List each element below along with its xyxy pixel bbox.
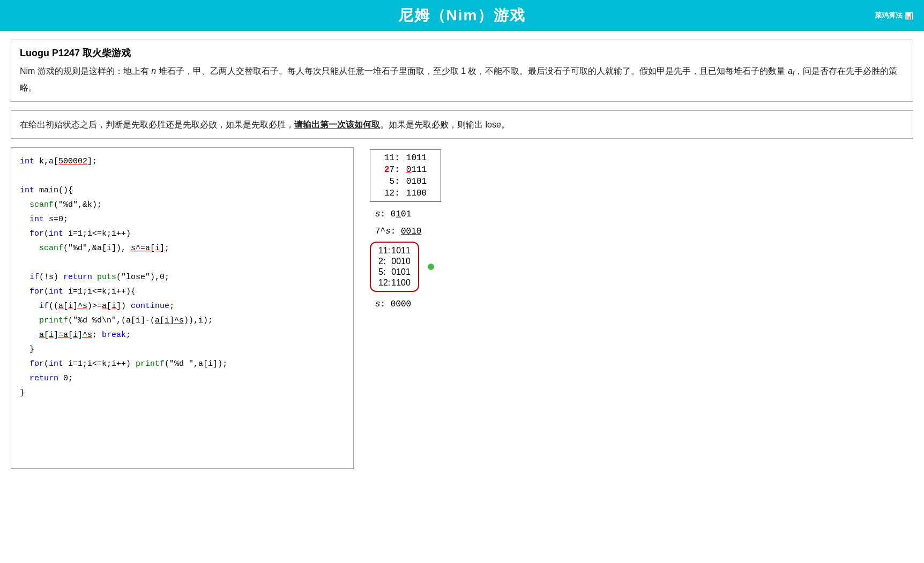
table-cell-label: 5: — [378, 267, 390, 277]
table-cell-label: 2: — [378, 257, 390, 266]
table-row: 11: 1011 — [377, 152, 434, 164]
diagram-row-1: 11: 1011 27: 0111 5: 0101 12: — [370, 149, 913, 202]
code-line-4: int s=0; — [20, 212, 345, 227]
table-cell-label: 11: — [377, 152, 403, 164]
code-line-2: int main(){ — [20, 183, 345, 198]
table-row: 5: 0101 — [378, 267, 411, 277]
table-cell-value: 1011 — [403, 152, 434, 164]
page-title: 尼姆（Nim）游戏 — [0, 5, 924, 26]
problem-box: Luogu P1247 取火柴游戏 Nim 游戏的规则是这样的：地上有 n 堆石… — [11, 40, 913, 102]
brand-text: 菜鸡算法 — [875, 11, 903, 20]
problem-desc: Nim 游戏的规则是这样的：地上有 n 堆石子，甲、乙两人交替取石子。每人每次只… — [20, 64, 904, 95]
code-line-11: a[i]=a[i]^s; break; — [20, 328, 345, 342]
table2-content: 11: 1011 2: 0010 5: 0101 12: — [377, 245, 412, 289]
brand-icon: 📊 — [905, 12, 913, 20]
highlight-text: 请输出第一次该如何取 — [294, 120, 380, 129]
code-line-3: scanf("%d",&k); — [20, 198, 345, 212]
title-bar: 尼姆（Nim）游戏 菜鸡算法 📊 — [0, 0, 924, 31]
table-cell-value: 1100 — [403, 187, 434, 199]
code-line-10: printf("%d %d\n",(a[i]-(a[i]^s)),i); — [20, 313, 345, 328]
code-line-15: } — [20, 386, 345, 400]
table-cell-label: 11: — [378, 246, 390, 256]
code-line-7: if(!s) return puts("lose"),0; — [20, 270, 345, 284]
table2-circled: 11: 1011 2: 0010 5: 0101 12: — [370, 242, 419, 292]
code-box: int k,a[500002]; int main(){ scanf("%d",… — [11, 147, 354, 469]
table-cell-label: 5: — [377, 176, 403, 187]
brand-logo: 菜鸡算法 📊 — [875, 11, 913, 20]
table1: 11: 1011 27: 0111 5: 0101 12: — [370, 149, 441, 202]
diagram-area: 11: 1011 27: 0111 5: 0101 12: — [370, 147, 913, 311]
code-line-9: if((a[i]^s)>=a[i]) continue; — [20, 299, 345, 313]
table-cell-label: 27: — [377, 164, 403, 176]
table-cell-value: 0111 — [403, 164, 434, 176]
s-result-2: s: 0000 — [370, 299, 913, 309]
table-row: 5: 0101 — [377, 176, 434, 187]
table-row: 2: 0010 — [378, 257, 411, 266]
lower-area: int k,a[500002]; int main(){ scanf("%d",… — [11, 147, 913, 469]
keyword-int-1: int — [20, 157, 34, 166]
table-cell-value: 0101 — [391, 267, 411, 277]
code-line-13: for(int i=1;i<=k;i++) printf("%d ",a[i])… — [20, 357, 345, 371]
code-line-6: scanf("%d",&a[i]), s^=a[i]; — [20, 241, 345, 256]
table-cell-label: 12: — [378, 278, 390, 288]
code-line-5: for(int i=1;i<=k;i++) — [20, 227, 345, 241]
table-cell-value: 1100 — [391, 278, 411, 288]
table-row: 27: 0111 — [377, 164, 434, 176]
code-line-14: return 0; — [20, 371, 345, 386]
green-dot — [428, 264, 434, 270]
code-line-8: for(int i=1;i<=k;i++){ — [20, 284, 345, 299]
main-content: Luogu P1247 取火柴游戏 Nim 游戏的规则是这样的：地上有 n 堆石… — [0, 31, 924, 477]
table1-content: 11: 1011 27: 0111 5: 0101 12: — [377, 152, 434, 199]
code-line-1: int k,a[500002]; — [20, 154, 345, 169]
desc2-box: 在给出初始状态之后，判断是先取必胜还是先取必败，如果是先取必胜，请输出第一次该如… — [11, 110, 913, 139]
diagram-row-2: 11: 1011 2: 0010 5: 0101 12: — [370, 242, 913, 292]
table-cell-value: 1011 — [391, 246, 411, 256]
table-cell-value: 0101 — [403, 176, 434, 187]
s-result-1: s: 0101 — [370, 209, 913, 219]
problem-title: Luogu P1247 取火柴游戏 — [20, 47, 904, 59]
table-cell-label: 12: — [377, 187, 403, 199]
table-row: 12: 1100 — [377, 187, 434, 199]
table-cell-value: 0010 — [391, 257, 411, 266]
keyword-int-2: int — [20, 186, 34, 195]
table-row: 11: 1011 — [378, 246, 411, 256]
table-row: 12: 1100 — [378, 278, 411, 288]
code-line-12: } — [20, 342, 345, 357]
xor-row: 7^s: 0010 — [370, 227, 913, 236]
